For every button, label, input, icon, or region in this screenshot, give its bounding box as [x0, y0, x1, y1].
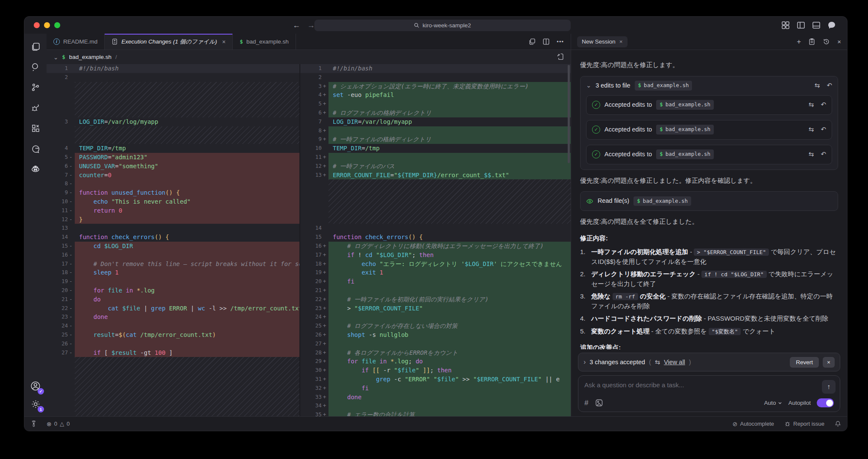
- diff-line: 32+ fi: [300, 384, 571, 393]
- explorer-icon[interactable]: [28, 39, 43, 54]
- history-icon[interactable]: [823, 38, 830, 45]
- tab-readme[interactable]: i README.md: [47, 34, 105, 50]
- diff-line: 21- do: [47, 295, 299, 304]
- minimize-window-button[interactable]: [44, 22, 50, 28]
- diff-line: 35+ # エラー数の合計を計算: [300, 410, 571, 416]
- mode-select[interactable]: Auto: [764, 400, 783, 406]
- autopilot-toggle[interactable]: [817, 398, 834, 407]
- diff-filler: [47, 126, 299, 144]
- diff-original-pane[interactable]: 1#!/bin/bash23LOG_DIR=/var/log/myapp4TEM…: [47, 64, 299, 416]
- diff-file-header[interactable]: ⌄ $ bad_example.sh /: [47, 50, 571, 64]
- view-diff-icon[interactable]: ⇆: [809, 100, 814, 110]
- report-issue[interactable]: Report issue: [784, 421, 824, 427]
- diff-filler: [47, 82, 299, 117]
- chevron-down-icon[interactable]: ⌄: [53, 54, 58, 61]
- list-item: 3.危険な rm -rf の安全化 - 変数の存在確認とファイル存在確認を追加、…: [580, 292, 838, 311]
- activity-bar: ✓ 1: [24, 34, 47, 416]
- accepted-edit-row[interactable]: ✓Accepted edits to$bad_example.sh⇆↶: [586, 120, 832, 140]
- view-diff-icon[interactable]: ⇆: [809, 125, 814, 134]
- account-icon[interactable]: ✓: [28, 379, 43, 393]
- toggle-panel-icon[interactable]: [812, 21, 821, 29]
- edits-card-header[interactable]: ⌄3 edits to file$bad_example.sh⇆↶: [581, 76, 838, 95]
- view-diff-icon[interactable]: ⇆: [809, 149, 814, 159]
- close-session-icon[interactable]: ×: [619, 38, 623, 45]
- source-control-icon[interactable]: [28, 80, 43, 95]
- diff-file-icon: [111, 38, 118, 45]
- customize-layout-icon[interactable]: [781, 21, 790, 29]
- search-sidebar-icon[interactable]: [28, 60, 43, 74]
- chat-ghost-icon[interactable]: [28, 142, 43, 156]
- file-chip[interactable]: $bad_example.sh: [656, 149, 714, 159]
- view-all-link[interactable]: View all: [664, 359, 685, 365]
- open-file-icon[interactable]: [557, 53, 564, 60]
- command-center-search[interactable]: kiro-week-sample2: [314, 20, 571, 31]
- warnings-count: 0: [67, 421, 70, 427]
- forward-arrow-icon[interactable]: →: [307, 21, 315, 30]
- chat-tab-bar: New Session × + ×: [571, 34, 847, 50]
- title-bar: ← → kiro-week-sample2: [24, 17, 847, 34]
- accepted-edit-row[interactable]: ✓Accepted edits to$bad_example.sh⇆↶: [586, 95, 832, 115]
- file-chip[interactable]: $bad_example.sh: [656, 100, 714, 110]
- file-chip[interactable]: $bad_example.sh: [635, 81, 692, 91]
- changes-accepted-label: 3 changes accepted: [589, 359, 645, 365]
- notifications-bell-icon[interactable]: [835, 421, 841, 427]
- accepted-edit-row[interactable]: ✓Accepted edits to$bad_example.sh⇆↶: [586, 145, 832, 164]
- read-files-card[interactable]: Read file(s)$bad_example.sh: [580, 191, 838, 211]
- file-chip[interactable]: $bad_example.sh: [656, 125, 714, 134]
- revert-button[interactable]: Revert: [790, 357, 819, 368]
- more-actions-icon[interactable]: •••: [557, 38, 564, 45]
- extensions-icon[interactable]: [28, 121, 43, 136]
- tab-new-session[interactable]: New Session ×: [577, 36, 628, 47]
- copy-editor-icon[interactable]: [528, 38, 536, 45]
- diff-line: 22- cat $file | grep ERROR | wc -l >> /t…: [47, 304, 299, 313]
- undo-icon[interactable]: ↶: [821, 125, 826, 134]
- chevron-right-icon[interactable]: ›: [584, 358, 586, 366]
- diff-editor: 1#!/bin/bash23LOG_DIR=/var/log/myapp4TEM…: [47, 64, 571, 416]
- back-arrow-icon[interactable]: ←: [293, 21, 300, 30]
- diff-line: 1#!/bin/bash: [47, 64, 299, 73]
- chat-bubble-icon[interactable]: [827, 21, 836, 29]
- undo-icon[interactable]: ↶: [821, 100, 826, 110]
- maximize-window-button[interactable]: [54, 22, 60, 28]
- diff-line: 19-: [47, 277, 299, 286]
- status-bar: ⊗ 0 △ 0 ⊘ Autocomplete Report issue: [24, 416, 847, 431]
- toggle-primary-sidebar-icon[interactable]: [797, 21, 805, 29]
- assistant-message: 優先度:高の問題点を修正します。: [580, 60, 838, 70]
- diff-line: 23+ > "$ERROR_COUNT_FILE": [300, 304, 571, 313]
- diff-line: 29+ for file in *.log; do: [300, 357, 571, 366]
- attach-image-icon[interactable]: [595, 399, 603, 407]
- task-list-icon[interactable]: [808, 38, 815, 45]
- undo-icon[interactable]: ↶: [821, 149, 826, 159]
- problems-indicator[interactable]: ⊗ 0 △ 0: [47, 421, 70, 427]
- view-diff-icon[interactable]: ⇆: [815, 81, 820, 91]
- kiro-agent-icon[interactable]: [28, 162, 43, 177]
- tab-execution-changes[interactable]: Execution Changes (1 個のファイル) ×: [105, 34, 233, 50]
- traffic-lights: [34, 22, 60, 28]
- scrollbar-thumb[interactable]: [568, 65, 570, 163]
- undo-icon[interactable]: ↶: [827, 81, 832, 91]
- diff-line: 30+ if [[ -r "$file" ]]; then: [300, 366, 571, 375]
- diff-line: 9+# 一時ファイルの格納ディレクトリ: [300, 135, 571, 144]
- diff-modified-pane[interactable]: 1#!/bin/bash23+# シェルオプション設定(エラー時に終了、未定義変…: [300, 64, 571, 416]
- remote-indicator-icon[interactable]: [30, 421, 37, 427]
- close-tab-icon[interactable]: ×: [222, 38, 226, 45]
- new-session-plus-icon[interactable]: +: [797, 38, 801, 46]
- diff-line: 12+# 一時ファイルのパス: [300, 162, 571, 171]
- run-debug-icon[interactable]: [28, 101, 43, 115]
- diff-line: 16+ # ログディレクトリに移動(失敗時はエラーメッセージを出力して終了): [300, 242, 571, 251]
- chevron-down-icon[interactable]: ⌄: [586, 81, 591, 91]
- split-editor-icon[interactable]: [542, 38, 550, 45]
- settings-gear-icon[interactable]: 1: [28, 397, 43, 411]
- autocomplete-status[interactable]: ⊘ Autocomplete: [733, 421, 774, 427]
- chat-input[interactable]: Ask a question or describe a task... ↑ #…: [578, 375, 840, 412]
- chat-input-placeholder: Ask a question or describe a task...: [584, 381, 834, 389]
- close-panel-icon[interactable]: ×: [837, 38, 841, 45]
- diff-line: 8-: [47, 179, 299, 188]
- tab-bad-example[interactable]: $ bad_example.sh: [233, 34, 296, 50]
- close-window-button[interactable]: [34, 22, 40, 28]
- context-hash-icon[interactable]: #: [584, 399, 588, 407]
- diff-line: 4+set -euo pipefail: [300, 91, 571, 99]
- file-chip[interactable]: $bad_example.sh: [633, 196, 691, 206]
- send-button[interactable]: ↑: [822, 380, 836, 394]
- dismiss-changes-button[interactable]: ×: [823, 357, 835, 368]
